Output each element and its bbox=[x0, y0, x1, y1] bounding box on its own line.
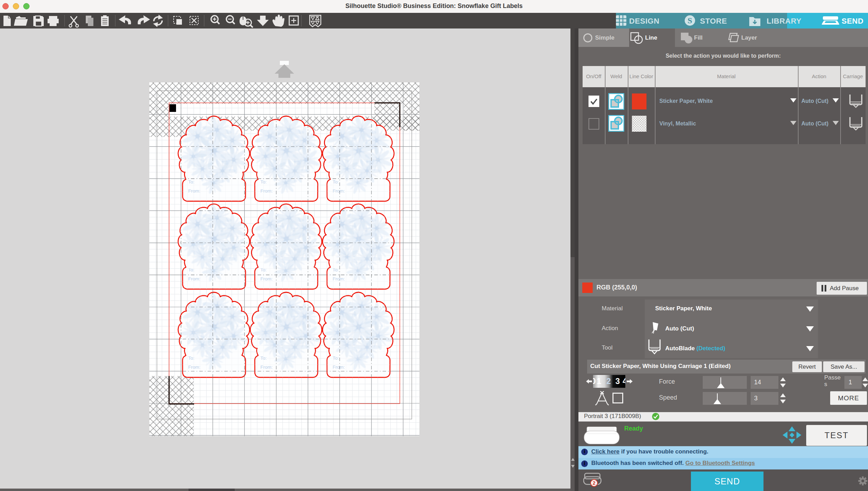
svg-text:S: S bbox=[687, 16, 692, 25]
